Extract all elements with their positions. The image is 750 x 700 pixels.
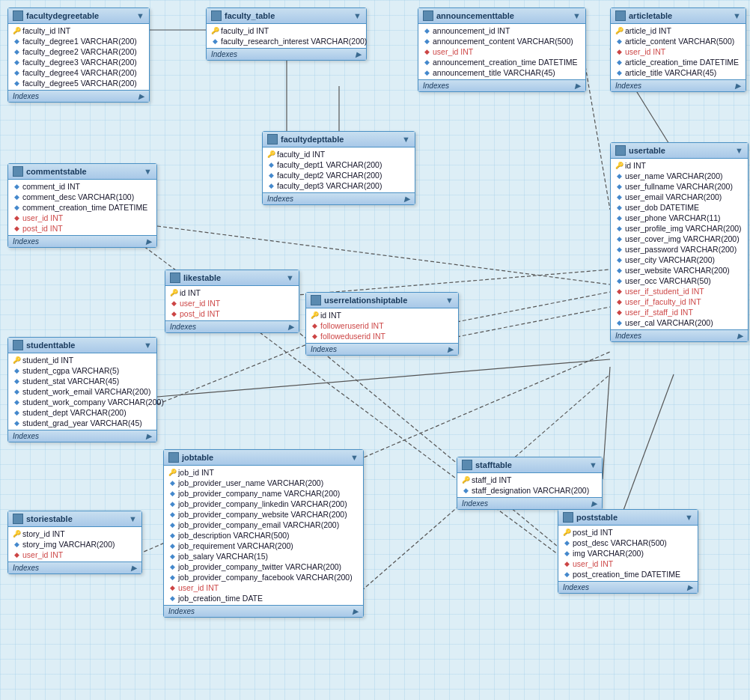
table-footer[interactable]: Indexes ▶ (165, 320, 299, 332)
footer-arrow: ▶ (138, 92, 144, 100)
table-userrelationshiptable[interactable]: userrelationshiptable ▼ 🔑id INT ◆followe… (305, 292, 459, 356)
table-footer[interactable]: Indexes ▶ (457, 497, 602, 509)
field-row: ◆user_if_student_id INT (611, 286, 748, 296)
table-icon-facultydegreetable (13, 10, 23, 21)
table-header-commentstable: commentstable ▼ (8, 164, 156, 180)
table-facultydegreetable[interactable]: facultydegreetable ▼ 🔑faculty_id INT ◆fa… (7, 7, 150, 103)
field-name: user_dob DATETIME (625, 203, 699, 212)
table-header-studenttable: studenttable ▼ (8, 338, 156, 353)
dropdown-arrow[interactable]: ▼ (445, 296, 454, 305)
table-articletable[interactable]: articletable ▼ 🔑article_id INT ◆article_… (610, 7, 746, 92)
table-header-storiestable: storiestable ▼ (8, 511, 141, 527)
table-body: ◆announcement_id INT ◆announcement_conte… (418, 24, 585, 79)
diamond-icon: ◆ (615, 235, 623, 243)
field-name: user_profile_img VARCHAR(200) (625, 224, 742, 233)
dropdown-arrow-facultydegreetable[interactable]: ▼ (136, 11, 144, 20)
dropdown-arrow[interactable]: ▼ (402, 135, 410, 144)
field-name: comment_creation_time DATETIME (22, 203, 147, 212)
table-body: 🔑story_id INT ◆story_img VARCHAR(200) ◆u… (8, 527, 141, 561)
field-row: 🔑faculty_id INT (263, 149, 415, 159)
footer-arrow: ▶ (288, 323, 294, 331)
field-name: announcement_content VARCHAR(500) (433, 37, 573, 46)
field-row: ◆user_password VARCHAR(200) (611, 244, 748, 255)
table-body: 🔑student_id INT ◆student_cgpa VARCHAR(5)… (8, 353, 156, 430)
dropdown-arrow[interactable]: ▼ (573, 11, 581, 20)
table-footer[interactable]: Indexes ▶ (263, 192, 415, 204)
dropdown-arrow[interactable]: ▼ (685, 513, 693, 522)
footer-arrow: ▶ (356, 50, 362, 58)
table-title: articletable (629, 11, 672, 20)
field-name: staff_designation VARCHAR(200) (472, 486, 589, 495)
table-footer[interactable]: Indexes ▶ (8, 235, 156, 247)
fk-icon: ◆ (615, 287, 623, 295)
table-stafftable[interactable]: stafftable ▼ 🔑staff_id INT ◆staff_design… (457, 457, 603, 510)
table-usertable[interactable]: usertable ▼ 🔑id INT ◆user_name VARCHAR(2… (610, 142, 749, 342)
field-name: announcement_title VARCHAR(45) (433, 68, 555, 77)
table-footer[interactable]: Indexes ▶ (164, 605, 363, 617)
field-name: user_phone VARCHAR(11) (625, 213, 721, 222)
dropdown-arrow[interactable]: ▼ (129, 514, 137, 523)
table-faculty-table[interactable]: faculty_table ▼ 🔑faculty_id INT ◆faculty… (206, 7, 367, 61)
table-title: facultydepttable (281, 135, 344, 144)
diamond-icon: ◆ (13, 204, 20, 211)
field-name: faculty_id INT (277, 150, 325, 159)
dropdown-arrow[interactable]: ▼ (733, 11, 741, 20)
table-icon (168, 452, 179, 463)
dropdown-arrow[interactable]: ▼ (144, 341, 152, 350)
field-row: ◆faculty_dept3 VARCHAR(200) (263, 180, 415, 191)
table-footer-facultydegreetable[interactable]: Indexes ▶ (8, 90, 149, 102)
dropdown-arrow[interactable]: ▼ (353, 11, 362, 20)
table-footer[interactable]: Indexes ▶ (207, 48, 366, 60)
table-footer[interactable]: Indexes ▶ (8, 561, 141, 573)
table-commentstable[interactable]: commentstable ▼ ◆comment_id INT ◆comment… (7, 163, 157, 248)
diamond-icon: ◆ (615, 58, 623, 66)
pk-icon: 🔑 (462, 476, 469, 484)
table-likestable[interactable]: likestable ▼ 🔑id INT ◆user_id INT ◆post_… (165, 270, 299, 333)
table-footer[interactable]: Indexes ▶ (558, 581, 698, 593)
table-icon (462, 460, 472, 470)
diamond-icon: ◆ (267, 182, 275, 189)
fk-icon: ◆ (13, 551, 20, 559)
field-name: faculty_id INT (22, 26, 70, 35)
field-name: followeruserid INT (320, 321, 384, 330)
dropdown-arrow[interactable]: ▼ (735, 146, 743, 155)
field-row: ◆faculty_degree4 VARCHAR(200) (8, 67, 149, 78)
table-footer[interactable]: Indexes ▶ (611, 79, 746, 91)
diamond-icon: ◆ (13, 37, 20, 45)
field-row: ◆post_id INT (8, 223, 156, 234)
footer-label: Indexes (615, 332, 641, 340)
field-row: ◆user_phone VARCHAR(11) (611, 213, 748, 223)
diamond-icon: ◆ (615, 204, 623, 211)
footer-arrow: ▶ (737, 332, 743, 340)
field-row: ◆job_requirement VARCHAR(200) (164, 541, 363, 551)
dropdown-arrow[interactable]: ▼ (144, 167, 152, 176)
field-row: ◆faculty_dept1 VARCHAR(200) (263, 159, 415, 170)
field-name: student_stat VARCHAR(45) (22, 377, 119, 386)
diagram-canvas: facultydegreetable ▼ 🔑faculty_id INT ◆fa… (0, 0, 750, 700)
table-header-facultydepttable: facultydepttable ▼ (263, 132, 415, 147)
dropdown-arrow[interactable]: ▼ (589, 460, 597, 469)
table-body: 🔑article_id INT ◆article_content VARCHAR… (611, 24, 746, 79)
table-footer[interactable]: Indexes ▶ (611, 329, 748, 341)
table-icon (13, 514, 23, 524)
table-poststable[interactable]: poststable ▼ 🔑post_id INT ◆post_desc VAR… (558, 509, 698, 594)
dropdown-arrow[interactable]: ▼ (350, 453, 359, 462)
table-facultydepttable[interactable]: facultydepttable ▼ 🔑faculty_id INT ◆facu… (262, 131, 415, 205)
field-row: ◆followeruserid INT (306, 320, 458, 331)
table-title: usertable (629, 146, 665, 155)
table-announcementtable[interactable]: announcementtable ▼ ◆announcement_id INT… (418, 7, 586, 92)
footer-arrow: ▶ (353, 607, 359, 615)
table-icon (211, 10, 222, 21)
table-footer[interactable]: Indexes ▶ (8, 430, 156, 442)
table-footer[interactable]: Indexes ▶ (418, 79, 585, 91)
table-studenttable[interactable]: studenttable ▼ 🔑student_id INT ◆student_… (7, 337, 157, 442)
field-row: ◆student_work_company VARCHAR(200) (8, 397, 156, 407)
diamond-icon: ◆ (168, 500, 176, 508)
table-jobtable[interactable]: jobtable ▼ 🔑job_id INT ◆job_provider_use… (163, 449, 364, 618)
table-footer[interactable]: Indexes ▶ (306, 343, 458, 355)
field-name: staff_id INT (472, 475, 512, 484)
dropdown-arrow[interactable]: ▼ (286, 273, 294, 282)
table-storiestable[interactable]: storiestable ▼ 🔑story_id INT ◆story_img … (7, 511, 142, 574)
field-row: 🔑job_id INT (164, 467, 363, 478)
field-row: 🔑faculty_id INT (8, 25, 149, 36)
